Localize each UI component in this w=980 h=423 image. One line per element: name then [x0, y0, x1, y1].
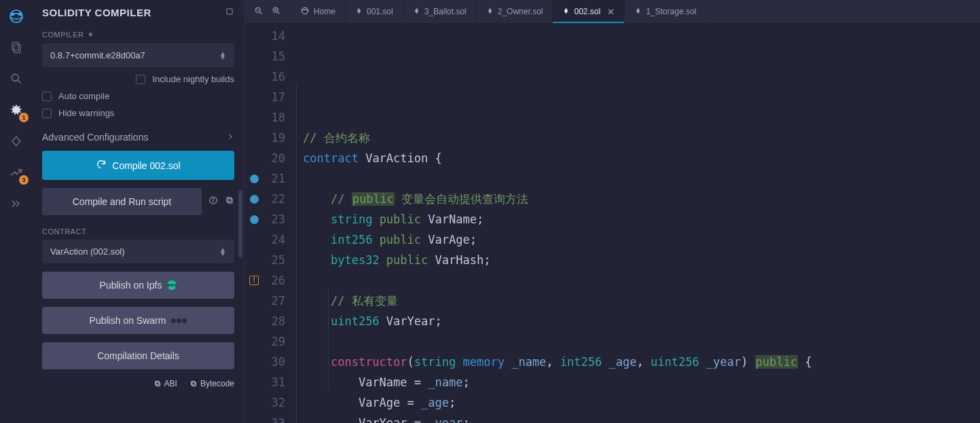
tab-label: 1_Storage.sol [646, 7, 696, 16]
remix-logo-icon[interactable] [5, 5, 27, 27]
line-number: 28 [264, 311, 285, 331]
compile-button[interactable]: Compile 002.sol [42, 151, 234, 180]
svg-rect-11 [228, 199, 232, 203]
refresh-icon [96, 159, 107, 172]
copy-abi-button[interactable]: ABI [153, 379, 177, 388]
info-icon[interactable] [208, 196, 218, 208]
svg-rect-12 [227, 198, 231, 202]
solidity-file-icon [634, 6, 642, 17]
compiler-badge: 1 [19, 113, 29, 122]
copy-icon[interactable] [225, 196, 234, 208]
zoom-out-icon[interactable] [254, 6, 264, 18]
copy-bytecode-button[interactable]: Bytecode [189, 379, 234, 388]
add-compiler-icon[interactable]: + [88, 29, 93, 39]
auto-compile-label: Auto compile [58, 91, 109, 101]
contract-section-label: CONTRACT [42, 227, 234, 236]
code-line[interactable]: bytes32 public VarHash; [303, 250, 972, 270]
auto-compile-checkbox[interactable] [42, 92, 52, 101]
include-nightly-checkbox[interactable] [136, 75, 145, 84]
advanced-label: Advanced Configurations [42, 132, 148, 143]
tab-bar: Home 001.sol3_Ballot.sol2_Owner.sol002.s… [244, 0, 980, 23]
panel-header: SOLIDITY COMPILER [42, 7, 234, 18]
compiler-icon[interactable]: 1 [5, 99, 27, 121]
compilation-details-button[interactable]: Compilation Details [42, 342, 234, 369]
compiler-section-label: COMPILER + [42, 29, 234, 39]
tab-file[interactable]: 3_Ballot.sol [403, 0, 477, 23]
tab-file[interactable]: 2_Owner.sol [477, 0, 553, 23]
compile-run-label: Compile and Run script [73, 196, 172, 207]
contract-select[interactable]: VarAction (002.sol) ▲▼ [42, 240, 234, 263]
auto-compile-row: Auto compile [42, 91, 234, 101]
svg-rect-14 [155, 382, 159, 386]
line-number: 21 [264, 168, 285, 189]
code-line[interactable]: // public 变量会自动提供查询方法 [303, 189, 972, 209]
code-line[interactable]: string public VarName; [303, 209, 972, 229]
code-line[interactable] [303, 331, 972, 352]
line-number: 29 [264, 331, 285, 352]
warning-icon[interactable]: ! [249, 276, 259, 285]
svg-point-1 [12, 14, 14, 16]
code-editor[interactable]: ! 14151617181920212223242526272829303132… [244, 23, 980, 423]
ipfs-icon: IPFS [167, 280, 177, 290]
code-line[interactable]: // 私有变量 [303, 291, 972, 311]
publish-swarm-button[interactable]: Publish on Swarm [42, 307, 234, 334]
pin-panel-icon[interactable] [225, 7, 234, 18]
code-line[interactable]: VarYear = _year; [303, 413, 972, 423]
code-line[interactable] [303, 270, 972, 291]
advanced-config-toggle[interactable]: Advanced Configurations [42, 132, 234, 143]
code-line[interactable]: contract VarAction { [303, 148, 972, 168]
panel-scrollbar[interactable] [238, 190, 242, 258]
tab-file[interactable]: 001.sol [346, 0, 403, 23]
tab-file[interactable]: 1_Storage.sol [625, 0, 706, 23]
panel-title: SOLIDITY COMPILER [42, 7, 151, 18]
breakpoint-icon[interactable] [250, 174, 259, 183]
compile-run-button[interactable]: Compile and Run script [42, 188, 202, 215]
hide-warnings-checkbox[interactable] [42, 109, 52, 118]
swarm-icon [171, 318, 187, 323]
solidity-file-icon [355, 6, 363, 17]
code-line[interactable]: // 合约名称 [303, 128, 972, 148]
line-number: 14 [264, 26, 285, 46]
include-nightly-label: Include nightly builds [152, 74, 234, 84]
tab-label: 3_Ballot.sol [424, 7, 467, 16]
tab-home[interactable]: Home [291, 0, 346, 23]
code-line[interactable]: constructor(string memory _name, int256 … [303, 352, 972, 372]
line-number: 26 [264, 270, 285, 291]
svg-line-18 [260, 12, 262, 14]
contract-value: VarAction (002.sol) [50, 246, 125, 257]
analysis-icon[interactable]: 3 [5, 162, 27, 183]
chevron-right-icon [226, 132, 234, 143]
breakpoint-icon[interactable] [250, 195, 259, 204]
zoom-in-icon[interactable] [272, 6, 281, 18]
svg-point-5 [12, 74, 18, 81]
code-line[interactable] [303, 168, 972, 189]
debugger-icon[interactable] [5, 193, 27, 215]
breakpoint-icon[interactable] [250, 215, 259, 224]
solidity-file-icon [486, 6, 494, 17]
code-line[interactable]: uint256 VarYear; [303, 311, 972, 331]
compiler-version-select[interactable]: 0.8.7+commit.e28d00a7 ▲▼ [42, 43, 234, 67]
code-line[interactable]: int256 public VarAge; [303, 229, 972, 250]
code-lines[interactable]: // 合约名称contract VarAction { // public 变量… [296, 23, 972, 423]
publish-ipfs-button[interactable]: Publish on Ipfs IPFS [42, 272, 234, 299]
code-line[interactable] [303, 107, 972, 128]
deploy-icon[interactable] [5, 130, 27, 152]
tab-label: 001.sol [367, 7, 393, 16]
svg-point-24 [302, 7, 308, 14]
code-line[interactable]: VarAge = _age; [303, 392, 972, 413]
tab-file[interactable]: 002.sol✕ [553, 0, 625, 23]
solidity-file-icon [413, 6, 420, 17]
search-icon[interactable] [5, 68, 27, 90]
editor-scrollbar[interactable] [972, 23, 980, 423]
compiler-panel: SOLIDITY COMPILER COMPILER + 0.8.7+commi… [33, 0, 244, 423]
line-number: 31 [264, 372, 285, 392]
svg-rect-3 [12, 43, 18, 51]
file-explorer-icon[interactable] [5, 37, 27, 58]
hide-warnings-row: Hide warnings [42, 108, 234, 118]
analysis-badge: 3 [19, 175, 29, 185]
close-tab-icon[interactable]: ✕ [607, 7, 615, 17]
tab-label: 002.sol [574, 7, 600, 16]
code-line[interactable]: VarName = _name; [303, 372, 972, 392]
line-number: 23 [264, 209, 285, 229]
line-number: 18 [264, 107, 285, 128]
